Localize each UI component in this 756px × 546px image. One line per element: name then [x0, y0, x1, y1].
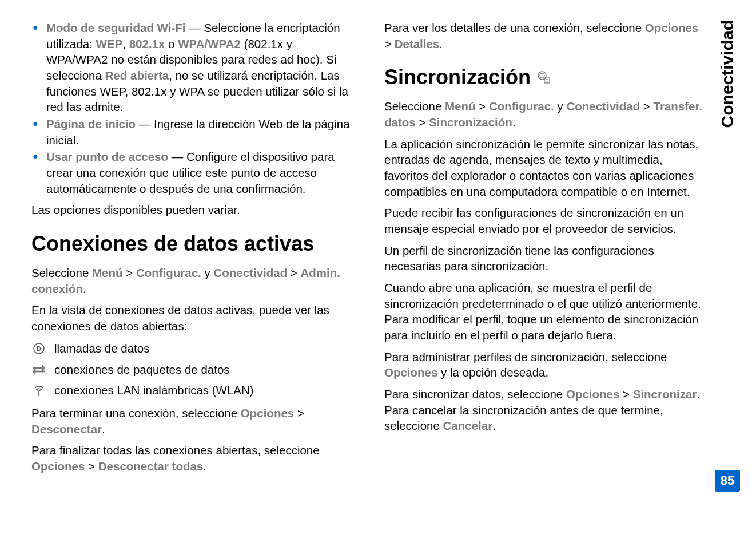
sync-description: La aplicación sincronización le permite …	[384, 136, 705, 200]
packet-data-icon	[31, 362, 46, 377]
wlan-icon	[31, 383, 46, 398]
heading-active-data-connections: Conexiones de datos activas	[31, 232, 352, 256]
terminate-connection: Para terminar una conexión, seleccione O…	[31, 405, 352, 437]
sync-data: Para sincronizar datos, seleccione Opcio…	[384, 386, 705, 434]
list-item: conexiones LAN inalámbricas (WLAN)	[31, 382, 352, 399]
page-sidebar: Conectividad 85	[710, 20, 745, 526]
section-label: Conectividad	[718, 20, 737, 128]
sync-config-message: Puede recibir las configuraciones de sin…	[384, 205, 705, 236]
page-number: 85	[715, 470, 740, 492]
connection-icon-list: D llamadas de datos conexiones de paquet…	[31, 340, 352, 399]
sync-icon	[536, 70, 551, 85]
nav-path: Seleccione Menú > Configurac. y Conectiv…	[384, 98, 705, 130]
svg-point-2	[538, 72, 546, 80]
settings-bullet-list: Modo de seguridad Wi-Fi — Seleccione la …	[31, 20, 352, 196]
list-item: conexiones de paquetes de datos	[31, 361, 352, 379]
manual-page: Modo de seguridad Wi-Fi — Seleccione la …	[0, 0, 756, 546]
setting-term: Usar punto de acceso	[46, 150, 168, 163]
list-item: Modo de seguridad Wi-Fi — Seleccione la …	[31, 20, 352, 115]
connection-details: Para ver los detalles de una conexión, s…	[384, 20, 705, 52]
setting-term: Modo de seguridad Wi-Fi	[46, 21, 186, 34]
options-vary-note: Las opciones disponibles pueden variar.	[31, 202, 352, 218]
sync-profile-default: Cuando abre una aplicación, se muestra e…	[384, 280, 705, 343]
nav-path: Seleccione Menú > Configurac. y Conectiv…	[31, 265, 352, 296]
intro-text: En la vista de conexiones de datos activ…	[31, 302, 352, 334]
setting-term: Página de inicio	[46, 117, 136, 130]
list-item: D llamadas de datos	[31, 340, 352, 358]
svg-text:D: D	[37, 345, 41, 352]
sync-profile-info: Un perfil de sincronización tiene las co…	[384, 243, 705, 274]
list-item: Página de inicio — Ingrese la dirección …	[31, 116, 352, 148]
heading-sync: Sincronización	[384, 65, 705, 89]
terminate-all-connections: Para finalizar todas las conexiones abie…	[31, 442, 352, 474]
left-column: Modo de seguridad Wi-Fi — Seleccione la …	[31, 20, 368, 526]
list-item: Usar punto de acceso — Configure el disp…	[31, 149, 352, 196]
right-column: Para ver los detalles de una conexión, s…	[368, 20, 710, 526]
data-call-icon: D	[31, 341, 46, 356]
manage-profiles: Para administrar perfiles de sincronizac…	[384, 349, 705, 381]
